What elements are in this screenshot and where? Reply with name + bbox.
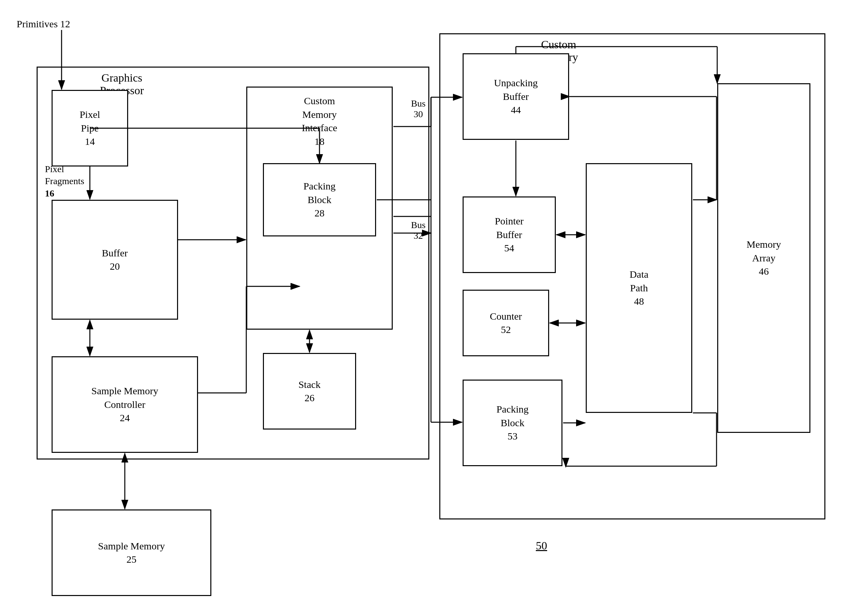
diagram: GraphicsProcessor10 CustomMemory40 Primi… <box>0 0 848 616</box>
stack-block: Stack26 <box>263 353 356 429</box>
counter-block: Counter52 <box>463 290 549 356</box>
sample-memory-controller-block: Sample MemoryController24 <box>52 356 198 453</box>
counter-label: Counter52 <box>490 310 522 337</box>
pointer-buffer-block: PointerBuffer54 <box>463 196 556 273</box>
packing-block53-label: PackingBlock53 <box>497 402 529 443</box>
packing-block53-block: PackingBlock53 <box>463 380 562 466</box>
stack-label: Stack26 <box>298 378 321 405</box>
packing-block28-block: PackingBlock28 <box>263 163 376 236</box>
sample-memory-block: Sample Memory25 <box>52 509 211 596</box>
custom-memory-interface-label: CustomMemoryInterface18 <box>302 94 338 148</box>
bus32-label: Bus32 <box>411 220 425 241</box>
bus30-label: Bus30 <box>411 98 425 120</box>
label-50: 50 <box>536 539 547 552</box>
data-path-block: DataPath48 <box>586 163 692 413</box>
packing-block28-label: PackingBlock28 <box>304 180 336 220</box>
unpacking-buffer-label: UnpackingBuffer44 <box>494 76 538 117</box>
buffer-label: Buffer20 <box>102 246 128 273</box>
pixel-fragments-label: PixelFragments16 <box>45 163 84 199</box>
unpacking-buffer-block: UnpackingBuffer44 <box>463 53 569 140</box>
data-path-label: DataPath48 <box>630 268 649 308</box>
memory-array-label: MemoryArray46 <box>747 238 781 278</box>
pointer-buffer-label: PointerBuffer54 <box>495 214 524 255</box>
sample-memory-label: Sample Memory25 <box>98 539 165 566</box>
primitives-label: Primitives 12 <box>17 18 70 30</box>
memory-array-block: MemoryArray46 <box>717 83 810 433</box>
pixel-pipe-block: PixelPipe14 <box>52 90 128 166</box>
buffer-block: Buffer20 <box>52 200 178 320</box>
pixel-pipe-label: PixelPipe14 <box>80 108 100 148</box>
sample-memory-controller-label: Sample MemoryController24 <box>92 384 159 425</box>
